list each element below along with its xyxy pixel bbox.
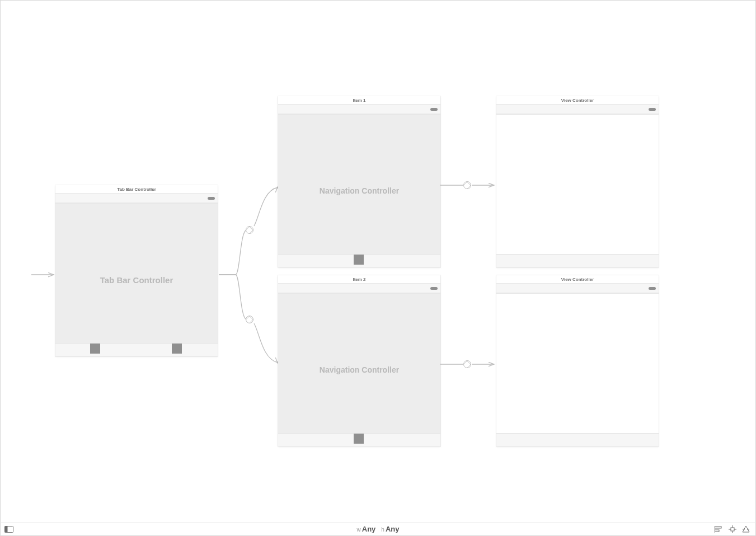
scene-body[interactable]: Tab Bar Controller: [55, 203, 218, 356]
scene-title[interactable]: Item 1: [278, 96, 440, 105]
battery-icon: [430, 287, 438, 290]
svg-rect-5: [731, 528, 734, 531]
size-h-prefix: h: [381, 526, 386, 533]
toggle-outline-icon[interactable]: [4, 525, 13, 533]
scene-view-controller-1[interactable]: View Controller: [496, 96, 659, 267]
status-bar-area: [496, 105, 659, 114]
ib-bottom-bar: wAny hAny: [1, 523, 755, 535]
status-bar-area: [55, 194, 218, 203]
tab-bar: [278, 254, 440, 267]
storyboard-canvas[interactable]: Tab Bar Controller Tab Bar Controller It…: [0, 0, 756, 536]
pin-icon[interactable]: [728, 525, 737, 533]
scene-tab-bar-controller[interactable]: Tab Bar Controller Tab Bar Controller: [55, 185, 218, 356]
placeholder-label: Navigation Controller: [278, 365, 440, 374]
tab-bar-item[interactable]: [354, 434, 364, 444]
scene-view-controller-2[interactable]: View Controller: [496, 275, 659, 446]
scene-title[interactable]: View Controller: [496, 275, 659, 284]
scene-body[interactable]: [496, 293, 659, 446]
resolve-issues-icon[interactable]: [741, 525, 750, 533]
placeholder-label: Navigation Controller: [278, 186, 440, 195]
tab-bar-item-1[interactable]: [90, 344, 100, 354]
scene-title[interactable]: Tab Bar Controller: [55, 185, 218, 194]
status-bar-area: [278, 105, 440, 114]
segue-relationship-icon[interactable]: [246, 316, 253, 323]
segue-relationship-icon[interactable]: [246, 226, 253, 234]
size-h: Any: [386, 525, 400, 533]
size-w: Any: [362, 525, 376, 533]
tab-bar-item-2[interactable]: [172, 344, 182, 354]
tab-bar-item[interactable]: [354, 255, 364, 265]
battery-icon: [649, 108, 656, 111]
status-bar-area: [278, 284, 440, 293]
status-bar-area: [496, 284, 659, 293]
scene-title-label: View Controller: [561, 98, 594, 103]
tab-bar: [496, 254, 659, 267]
scene-title-label: Item 1: [353, 98, 365, 103]
svg-rect-3: [715, 530, 719, 532]
scene-title-label: Tab Bar Controller: [117, 187, 156, 192]
scene-title-label: View Controller: [561, 277, 594, 282]
size-w-prefix: w: [357, 526, 362, 533]
scene-navigation-controller-2[interactable]: Item 2 Navigation Controller: [278, 275, 440, 446]
battery-icon: [649, 287, 656, 290]
segue-root-icon[interactable]: [463, 360, 471, 368]
tab-bar: [496, 433, 659, 446]
segue-root-icon[interactable]: [463, 181, 471, 189]
svg-rect-1: [5, 526, 8, 532]
tab-bar: [278, 433, 440, 446]
align-icon[interactable]: [715, 525, 724, 533]
scene-body[interactable]: [496, 114, 659, 267]
scene-navigation-controller-1[interactable]: Item 1 Navigation Controller: [278, 96, 440, 267]
svg-rect-2: [715, 526, 721, 528]
placeholder-label: Tab Bar Controller: [55, 275, 218, 285]
scene-title[interactable]: View Controller: [496, 96, 659, 105]
scene-body[interactable]: Navigation Controller: [278, 114, 440, 267]
size-class-control[interactable]: wAny hAny: [1, 525, 755, 533]
scene-title[interactable]: Item 2: [278, 275, 440, 284]
scene-body[interactable]: Navigation Controller: [278, 293, 440, 446]
tab-bar: [55, 343, 218, 356]
battery-icon: [430, 108, 438, 111]
scene-title-label: Item 2: [353, 277, 365, 282]
battery-icon: [208, 197, 215, 200]
